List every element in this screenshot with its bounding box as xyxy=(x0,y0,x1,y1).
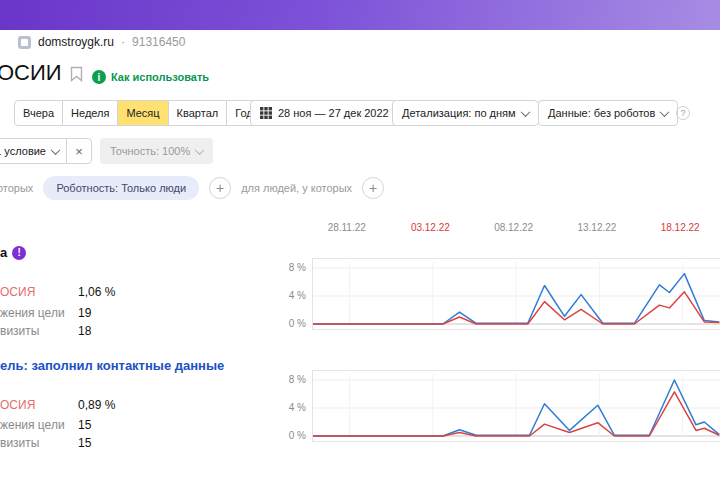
site-name: domstroygk.ru xyxy=(38,35,114,49)
info-icon: i xyxy=(92,70,106,84)
people-condition-prefix: для людей, у которых xyxy=(241,182,352,194)
how-to-use-link[interactable]: i Как использовать xyxy=(92,70,209,84)
counter-selector[interactable]: domstroygk.ru · 91316450 xyxy=(18,34,185,50)
metric-row-label: визиты xyxy=(0,324,39,338)
segment-condition-dropdown[interactable]: : 1 условие × xyxy=(0,138,92,164)
clear-segment-icon[interactable]: × xyxy=(67,144,91,159)
chevron-down-icon xyxy=(660,107,670,117)
y-axis-tick: 4 % xyxy=(280,402,306,413)
y-axis-tick: 0 % xyxy=(280,430,306,441)
detalization-label: Детализация: по дням xyxy=(402,107,516,119)
metric-row-label: жения цели xyxy=(0,418,65,432)
y-axis-tick: 8 % xyxy=(280,374,306,385)
data-mode-dropdown[interactable]: Данные: без роботов xyxy=(538,100,678,126)
date-range-label: 28 ноя — 27 дек 2022 xyxy=(278,107,389,119)
segment-condition-label: : 1 условие xyxy=(0,145,46,157)
y-axis-tick: 8 % xyxy=(280,262,306,273)
period-tab-3[interactable]: Квартал xyxy=(168,100,228,126)
segment-filter-row: которых Роботность: Только люди + для лю… xyxy=(0,175,384,201)
add-people-condition-button[interactable]: + xyxy=(362,177,384,199)
metric-row-value: 19 xyxy=(78,306,91,320)
accuracy-label: Точность: 100% xyxy=(110,145,190,157)
metric-row-label: ОСИЯ xyxy=(0,398,35,412)
period-tab-0[interactable]: Вчера xyxy=(14,100,63,126)
robots-filter-chip[interactable]: Роботность: Только люди xyxy=(43,176,199,200)
chevron-down-icon xyxy=(520,107,530,117)
site-favicon-icon xyxy=(18,36,31,49)
date-range-picker[interactable]: 28 ноя — 27 дек 2022 xyxy=(250,100,399,126)
bookmark-icon[interactable] xyxy=(70,66,83,85)
goal-badge-icon: ! xyxy=(12,246,26,260)
metric-row-label: ОСИЯ xyxy=(0,285,35,299)
metric-row-value: 0,89 % xyxy=(78,398,115,412)
chart-date-label: 03.12.22 xyxy=(411,222,450,233)
period-tab-2[interactable]: Месяц xyxy=(117,100,168,126)
calendar-icon xyxy=(260,107,272,119)
separator-dot: · xyxy=(121,35,125,49)
data-mode-label: Данные: без роботов xyxy=(548,107,655,119)
chevron-down-icon xyxy=(51,145,61,155)
metric-row-value: 1,06 % xyxy=(78,285,115,299)
goal-2-title[interactable]: ель: заполнил контактные данные xyxy=(0,358,224,373)
how-to-use-label: Как использовать xyxy=(111,71,209,83)
metric-row-label: жения цели xyxy=(0,306,65,320)
help-question-icon[interactable]: ? xyxy=(676,106,690,120)
metric-row-value: 15 xyxy=(78,418,91,432)
goal-2-chart[interactable] xyxy=(312,370,720,442)
metrica-conversions-page: domstroygk.ru · 91316450 ОСИИ i Как испо… xyxy=(0,0,720,480)
chart-date-label: 18.12.22 xyxy=(661,222,700,233)
visits-condition-prefix: которых xyxy=(0,182,33,194)
metric-row-value: 18 xyxy=(78,324,91,338)
y-axis-tick: 0 % xyxy=(280,318,306,329)
chart-date-label: 28.11.22 xyxy=(328,222,366,233)
detalization-dropdown[interactable]: Детализация: по дням xyxy=(392,100,539,126)
metric-row-value: 15 xyxy=(78,436,91,450)
period-tabs: ВчераНеделяМесяцКварталГод xyxy=(14,100,262,126)
promo-gradient-banner xyxy=(0,0,720,30)
accuracy-dropdown[interactable]: Точность: 100% xyxy=(100,138,213,164)
y-axis-tick: 4 % xyxy=(280,290,306,301)
page-title: ОСИИ xyxy=(0,60,62,86)
goal-1-chart[interactable] xyxy=(312,258,720,330)
period-tab-1[interactable]: Неделя xyxy=(62,100,118,126)
goal-2-title-text: ель: заполнил контактные данные xyxy=(0,358,224,373)
goal-1-title-text: а xyxy=(0,245,7,260)
add-visit-condition-button[interactable]: + xyxy=(209,177,231,199)
chart-date-label: 13.12.22 xyxy=(577,222,616,233)
counter-id: 91316450 xyxy=(132,35,185,49)
chevron-down-icon xyxy=(195,145,205,155)
goal-1-title: а ! xyxy=(0,245,26,260)
metric-row-label: визиты xyxy=(0,436,39,450)
chart-date-label: 08.12.22 xyxy=(494,222,533,233)
